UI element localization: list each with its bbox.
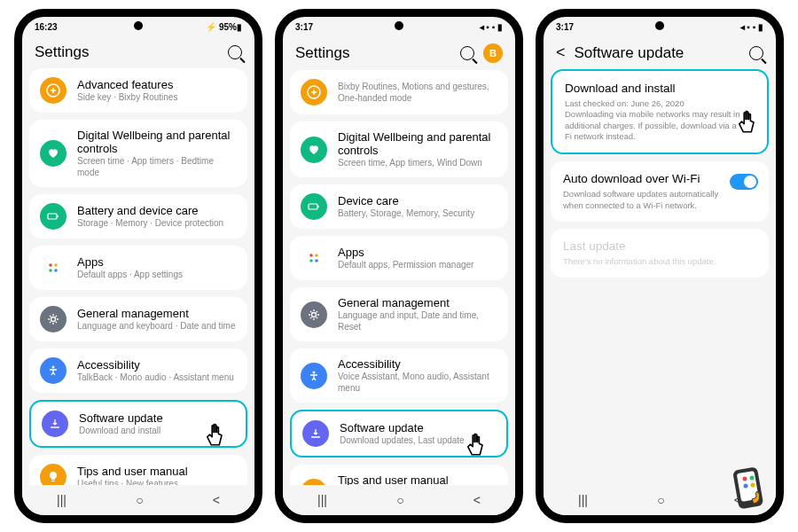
card-3: Apps Default apps, Permission manager (290, 236, 508, 280)
nav-recents[interactable]: ||| (317, 493, 327, 507)
profile-avatar[interactable]: B (483, 43, 503, 63)
svg-point-17 (309, 259, 313, 262)
settings-item[interactable]: General management Language and keyboard… (29, 297, 247, 341)
card-7: Tips and user manual Discover, Get more … (290, 465, 508, 485)
settings-item[interactable]: General management Language and input, D… (290, 287, 508, 341)
settings-item[interactable]: Battery and device care Storage · Memory… (29, 194, 247, 239)
phone-2: 3:17 ◂ ▪ ▪ ▮ < Software update Download … (536, 9, 784, 523)
search-icon[interactable] (228, 45, 242, 59)
nav-back[interactable]: < (213, 493, 220, 507)
search-icon[interactable] (460, 46, 474, 60)
item-text: Battery and device care Storage · Memory… (77, 204, 237, 229)
item-subtitle: Screen time, App timers, Wind Down (338, 157, 497, 168)
settings-item[interactable]: Accessibility Voice Assistant, Mono audi… (290, 348, 508, 403)
wifi-toggle[interactable] (730, 174, 758, 190)
header: Settings (22, 36, 254, 68)
update-item: Last update There's no information about… (551, 229, 769, 278)
nav-bar: ||| ○ < (22, 485, 254, 515)
card-5: Accessibility Voice Assistant, Mono audi… (290, 348, 508, 403)
svg-point-5 (49, 269, 52, 272)
svg-point-3 (49, 263, 52, 267)
back-button[interactable]: < (556, 43, 566, 62)
card-6: Software update Download updates, Last u… (290, 410, 508, 458)
svg-rect-2 (57, 215, 59, 217)
item-title: Download and install (565, 82, 676, 95)
svg-point-8 (52, 366, 55, 369)
card-1: Digital Wellbeing and parental controls … (29, 120, 247, 187)
settings-item[interactable]: Device care Battery, Storage, Memory, Se… (290, 184, 508, 229)
status-indicators: ◂ ▪ ▪ ▮ (740, 22, 763, 32)
page-title: Settings (35, 43, 219, 61)
settings-item[interactable]: Advanced features Side key · Bixby Routi… (29, 68, 247, 113)
nav-recents[interactable]: ||| (57, 493, 66, 507)
settings-item[interactable]: Accessibility TalkBack · Mono audio · As… (29, 348, 247, 393)
settings-item[interactable]: Software update Download and install (31, 402, 246, 446)
settings-item[interactable]: Digital Wellbeing and parental controls … (29, 120, 247, 187)
settings-item[interactable]: Bixby Routines, Motions and gestures, On… (290, 70, 508, 114)
apps-icon (40, 254, 66, 281)
item-text: General management Language and keyboard… (77, 307, 237, 332)
item-subtitle: Default apps, Permission manager (338, 259, 497, 270)
item-text: Tips and user manual Discover, Get more … (338, 473, 497, 485)
apps-icon (301, 245, 327, 271)
plus-icon (301, 79, 327, 106)
status-indicators: ◂ ▪ ▪ ▮ (480, 22, 503, 32)
site-logo-icon (724, 463, 777, 516)
gear-icon (40, 306, 66, 332)
item-title: Apps (77, 255, 237, 269)
svg-point-4 (54, 263, 58, 267)
svg-point-28 (744, 484, 748, 489)
item-text: General management Language and input, D… (338, 296, 497, 332)
item-title: Auto download over Wi-Fi (563, 172, 700, 185)
settings-item[interactable]: Software update Download updates, Last u… (292, 411, 506, 456)
item-title: Tips and user manual (77, 465, 237, 478)
item-title: Software update (340, 421, 496, 434)
settings-item[interactable]: Apps Default apps, Permission manager (290, 236, 508, 280)
item-title: Battery and device care (77, 204, 237, 217)
item-title: Advanced features (77, 78, 237, 91)
nav-home[interactable]: ○ (396, 493, 403, 507)
page-title: Software update (575, 44, 740, 62)
status-time: 16:23 (35, 22, 58, 32)
nav-home[interactable]: ○ (657, 493, 664, 507)
card-4: General management Language and input, D… (290, 287, 508, 341)
card-1: Digital Wellbeing and parental controls … (290, 121, 508, 177)
nav-back[interactable]: < (473, 493, 481, 507)
update-item[interactable]: Auto download over Wi-Fi Download softwa… (551, 161, 769, 222)
svg-point-15 (309, 254, 313, 257)
battery-icon (301, 193, 327, 220)
item-subtitle: Last checked on: June 26, 2020 Downloadi… (565, 98, 755, 142)
settings-item[interactable]: Digital Wellbeing and parental controls … (290, 121, 508, 177)
card-0: Download and install Last checked on: Ju… (551, 69, 769, 154)
item-title: Tips and user manual (338, 473, 497, 485)
card-2: Device care Battery, Storage, Memory, Se… (290, 184, 508, 229)
update-item[interactable]: Download and install Last checked on: Ju… (552, 71, 767, 153)
gear-icon (301, 301, 327, 328)
card-7: Tips and user manual Useful tips · New f… (29, 455, 247, 485)
settings-list: Advanced features Side key · Bixby Routi… (22, 68, 254, 485)
svg-point-16 (315, 254, 318, 257)
svg-point-27 (750, 476, 755, 481)
svg-point-20 (313, 371, 316, 373)
item-subtitle: Side key · Bixby Routines (77, 91, 237, 103)
nav-home[interactable]: ○ (136, 493, 143, 507)
item-text: Digital Wellbeing and parental controls … (77, 129, 237, 178)
item-subtitle: Language and input, Date and time, Reset (338, 309, 497, 332)
settings-item[interactable]: Tips and user manual Useful tips · New f… (29, 455, 247, 485)
heart-icon (40, 140, 66, 167)
svg-point-29 (751, 483, 755, 488)
item-subtitle: Language and keyboard · Date and time (77, 320, 237, 332)
svg-point-18 (315, 259, 318, 262)
update-icon (42, 411, 68, 437)
search-icon[interactable] (749, 46, 763, 60)
item-title: General management (338, 296, 497, 309)
settings-item[interactable]: Tips and user manual Discover, Get more … (290, 465, 508, 485)
nav-recents[interactable]: ||| (578, 493, 588, 507)
bulb-icon (40, 464, 66, 485)
settings-item[interactable]: Apps Default apps · App settings (29, 246, 247, 290)
card-0: Bixby Routines, Motions and gestures, On… (290, 70, 508, 114)
item-title: Apps (338, 246, 497, 259)
plus-icon (40, 77, 66, 104)
bulb-icon (301, 479, 327, 486)
battery-icon (40, 203, 66, 230)
